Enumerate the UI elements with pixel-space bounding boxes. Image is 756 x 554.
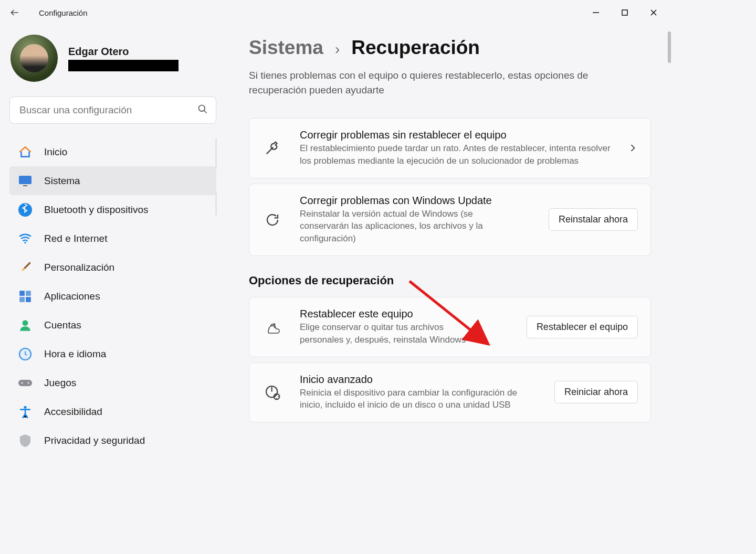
home-icon — [18, 145, 33, 159]
main-scrollbar[interactable] — [668, 31, 671, 63]
svg-rect-12 — [26, 291, 31, 296]
user-block[interactable]: Edgar Otero — [10, 35, 216, 82]
maximize-button[interactable] — [610, 2, 639, 23]
shield-icon — [18, 433, 33, 448]
back-button[interactable] — [4, 2, 25, 23]
svg-point-5 — [199, 105, 205, 112]
sidebar-item-red[interactable]: Red e Internet — [9, 224, 216, 253]
sidebar-item-label: Privacidad y seguridad — [44, 435, 145, 446]
sidebar-item-label: Personalización — [44, 262, 114, 273]
window-controls — [581, 2, 668, 23]
wrench-icon — [261, 139, 284, 157]
reset-pc-button[interactable]: Restablecer el equipo — [527, 316, 638, 338]
sidebar-item-privacidad[interactable]: Privacidad y seguridad — [9, 426, 216, 455]
system-icon — [18, 174, 33, 188]
wifi-icon — [18, 231, 33, 246]
sidebar-item-aplicaciones[interactable]: Aplicaciones — [9, 282, 216, 311]
gamepad-icon — [18, 376, 33, 390]
search-wrap — [9, 97, 216, 124]
card-description: El restablecimiento puede tardar un rato… — [300, 142, 612, 167]
window-title: Configuración — [39, 8, 88, 17]
svg-rect-14 — [26, 297, 31, 302]
card-title: Restablecer este equipo — [300, 308, 511, 320]
user-email-redacted — [68, 60, 178, 71]
breadcrumb-parent[interactable]: Sistema — [249, 37, 323, 59]
svg-point-10 — [24, 241, 26, 243]
sidebar-item-juegos[interactable]: Juegos — [9, 368, 216, 397]
svg-point-20 — [27, 382, 29, 384]
card-description: Reinicia el dispositivo para cambiar la … — [300, 387, 520, 412]
sidebar-item-bluetooth[interactable]: Bluetooth y dispositivos — [9, 195, 216, 224]
svg-point-15 — [23, 320, 28, 326]
sidebar-item-cuentas[interactable]: Cuentas — [9, 311, 216, 339]
card-advanced-startup: Inicio avanzado Reinicia el dispositivo … — [249, 363, 651, 423]
brush-icon — [18, 260, 33, 275]
sidebar-item-sistema[interactable]: Sistema — [9, 166, 216, 195]
card-description: Reinstalar la versión actual de Windows … — [300, 208, 494, 245]
svg-point-21 — [24, 406, 26, 408]
svg-rect-7 — [19, 176, 32, 184]
user-name: Edgar Otero — [68, 46, 178, 58]
section-recovery-heading: Opciones de recuperación — [249, 274, 651, 287]
sidebar-item-hora[interactable]: Hora e idioma — [9, 339, 216, 368]
card-fix-problems[interactable]: Corregir problemas sin restablecer el eq… — [249, 118, 651, 178]
card-windows-update: Corregir problemas con Windows Update Re… — [249, 184, 651, 256]
search-input[interactable] — [9, 97, 216, 124]
card-description: Elige conservar o quitar tus archivos pe… — [300, 321, 478, 346]
sidebar: Edgar Otero Inicio Sistema Bluetooth — [0, 25, 226, 493]
apps-icon — [18, 289, 33, 304]
search-icon — [197, 104, 208, 116]
page-title: Recuperación — [351, 37, 480, 59]
sidebar-item-label: Hora e idioma — [44, 348, 106, 360]
svg-rect-18 — [18, 380, 32, 386]
breadcrumb: Sistema › Recuperación — [249, 37, 651, 59]
svg-rect-11 — [19, 291, 25, 296]
svg-rect-13 — [19, 297, 25, 302]
nav: Inicio Sistema Bluetooth y dispositivos … — [9, 137, 216, 493]
page-description: Si tienes problemas con el equipo o quie… — [249, 68, 616, 97]
sidebar-item-inicio[interactable]: Inicio — [9, 137, 216, 166]
card-title: Corregir problemas sin restablecer el eq… — [300, 129, 612, 141]
sidebar-item-label: Cuentas — [44, 319, 81, 331]
refresh-icon — [261, 212, 284, 228]
accessibility-icon — [18, 404, 33, 419]
avatar — [10, 35, 58, 82]
svg-rect-8 — [23, 185, 27, 186]
card-reset-pc: Restablecer este equipo Elige conservar … — [249, 297, 651, 357]
chevron-right-icon: › — [335, 41, 340, 58]
svg-line-6 — [204, 111, 207, 113]
titlebar: Configuración — [0, 0, 672, 25]
sidebar-item-label: Red e Internet — [44, 233, 107, 244]
accounts-icon — [18, 318, 33, 333]
card-title: Inicio avanzado — [300, 374, 539, 386]
minimize-button[interactable] — [581, 2, 610, 23]
cloud-reset-icon — [261, 319, 284, 334]
sidebar-item-label: Bluetooth y dispositivos — [44, 204, 149, 216]
sidebar-item-label: Aplicaciones — [44, 291, 100, 302]
bluetooth-icon — [18, 203, 33, 217]
main: Sistema › Recuperación Si tienes problem… — [226, 25, 672, 493]
clock-icon — [18, 347, 33, 361]
sidebar-item-label: Sistema — [44, 175, 80, 187]
sidebar-item-personalizacion[interactable]: Personalización — [9, 253, 216, 282]
svg-rect-2 — [622, 10, 627, 15]
chevron-right-icon — [627, 143, 638, 153]
close-button[interactable] — [639, 2, 668, 23]
card-title: Corregir problemas con Windows Update — [300, 195, 533, 207]
sidebar-item-label: Inicio — [44, 146, 67, 158]
sidebar-item-accesibilidad[interactable]: Accesibilidad — [9, 397, 216, 426]
svg-point-19 — [21, 382, 23, 384]
power-gear-icon — [261, 384, 284, 401]
restart-now-button[interactable]: Reiniciar ahora — [554, 381, 638, 403]
reinstall-now-button[interactable]: Reinstalar ahora — [549, 208, 638, 231]
sidebar-item-label: Accesibilidad — [44, 406, 102, 418]
svg-point-17 — [19, 348, 31, 360]
sidebar-item-label: Juegos — [44, 377, 76, 389]
